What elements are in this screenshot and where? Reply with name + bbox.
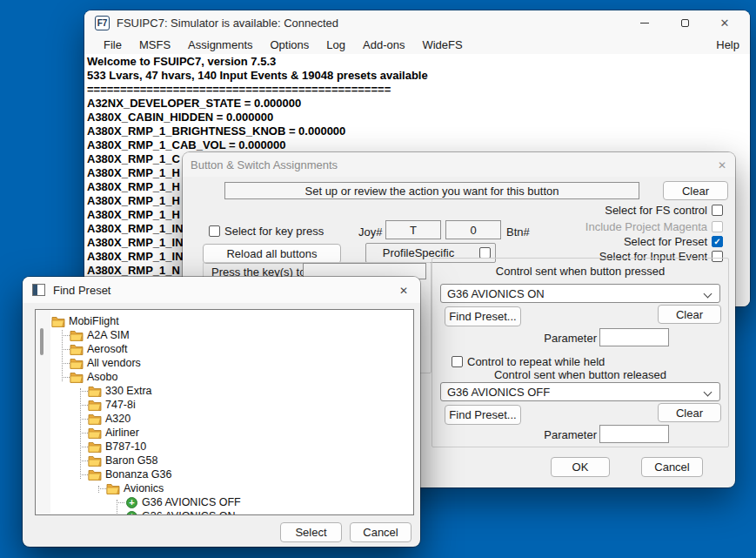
- fs-control-row: Select for FS control: [605, 204, 723, 217]
- tree-item-mobiflight[interactable]: MobiFlight: [51, 314, 413, 328]
- tree-connector: [80, 474, 88, 475]
- menu-log[interactable]: Log: [318, 38, 354, 51]
- maximize-button[interactable]: [665, 10, 705, 35]
- close-button[interactable]: ✕: [712, 156, 733, 175]
- main-titlebar[interactable]: F7 FSUIPC7: Simulator is available: Conn…: [84, 10, 750, 35]
- tree-item-label: Aerosoft: [87, 343, 128, 355]
- menu-msfs[interactable]: MSFS: [130, 38, 179, 51]
- console-line: A380X_RMP_1_BRIGHTNESS_KNOB = 0.000000: [87, 124, 750, 138]
- dialog-icon: [32, 284, 45, 296]
- clear-pressed-button[interactable]: Clear: [658, 305, 721, 324]
- tree-item-avionics[interactable]: Avionics: [51, 481, 413, 495]
- assignments-titlebar[interactable]: Button & Switch Assignments: [183, 152, 735, 177]
- tree-connector: [62, 330, 63, 381]
- folder-icon: [88, 386, 102, 397]
- chevron-down-icon: [704, 290, 713, 299]
- tree-item-all-vendors[interactable]: All vendors: [51, 356, 413, 370]
- clear-released-button[interactable]: Clear: [658, 403, 721, 422]
- select-button[interactable]: Select: [280, 522, 342, 542]
- menu-bar: File MSFS Assignments Options Log Add-on…: [84, 35, 750, 54]
- folder-icon: [106, 483, 120, 494]
- find-preset-titlebar[interactable]: Find Preset: [23, 277, 420, 303]
- folder-icon: [51, 316, 65, 327]
- tree-item-label: G36 AVIONICS ON: [142, 510, 235, 515]
- tree-connector: [80, 447, 88, 447]
- tree-item-asobo[interactable]: Asobo: [51, 370, 413, 384]
- tree-connector: [80, 391, 88, 392]
- ok-button[interactable]: OK: [551, 457, 610, 477]
- preset-row: Select for Preset ✓: [624, 235, 723, 248]
- menu-widefs[interactable]: WideFS: [413, 38, 471, 51]
- released-control-dropdown[interactable]: G36 AVIONICS OFF: [440, 382, 720, 401]
- console-line: 533 Lvars, 47 hvars, 140 Input Events & …: [87, 69, 750, 83]
- tree-connector: [62, 349, 70, 350]
- close-button[interactable]: ✕: [705, 10, 745, 35]
- joy-number-field[interactable]: T: [385, 220, 441, 239]
- tree-item-a2a-sim[interactable]: A2A SIM: [51, 328, 413, 342]
- control-group: Control sent when button pressed G36 AVI…: [432, 258, 729, 447]
- menu-options[interactable]: Options: [262, 38, 318, 51]
- tree-rows: MobiFlight A2A SIM Aerosoft All vendors: [51, 314, 413, 515]
- plus-glyph: +: [129, 512, 134, 516]
- repeat-label: Control to repeat while held: [467, 355, 605, 368]
- menu-assignments[interactable]: Assignments: [179, 38, 261, 51]
- tree-scrollbar-track[interactable]: [36, 310, 50, 514]
- pressed-parameter-field[interactable]: [599, 328, 669, 346]
- app-icon: F7: [95, 16, 110, 30]
- cancel-button[interactable]: Cancel: [350, 522, 411, 542]
- window-title: FSUIPC7: Simulator is available: Connect…: [117, 17, 338, 30]
- pressed-control-value: G36 AVIONICS ON: [447, 287, 545, 300]
- fs-control-label: Select for FS control: [605, 204, 707, 217]
- menu-file[interactable]: File: [95, 38, 130, 51]
- tree-item-airliner[interactable]: Airliner: [51, 426, 413, 440]
- tree-item-g36-avionics-off[interactable]: + G36 AVIONICS OFF: [51, 495, 413, 509]
- tree-item-label: Bonanza G36: [105, 468, 171, 481]
- repeat-row: Control to repeat while held: [452, 355, 605, 368]
- menu-help[interactable]: Help: [707, 38, 739, 51]
- clear-assignment-button[interactable]: Clear: [663, 181, 728, 200]
- released-parameter-label: Parameter: [511, 428, 597, 441]
- cancel-button[interactable]: Cancel: [641, 457, 703, 477]
- close-icon: ✕: [399, 285, 408, 297]
- tree-item-baron-g58[interactable]: Baron G58: [51, 454, 413, 467]
- tree-item-330-extra[interactable]: 330 Extra: [51, 384, 413, 398]
- close-icon: ✕: [718, 159, 726, 171]
- desktop: { "colors": { "desktop": "#0063B1", "acc…: [0, 0, 756, 558]
- folder-icon: [88, 400, 102, 411]
- fs-control-checkbox[interactable]: [712, 205, 723, 216]
- button-number-field[interactable]: 0: [445, 220, 501, 239]
- pressed-control-dropdown[interactable]: G36 AVIONICS ON: [440, 284, 720, 303]
- folder-icon: [88, 441, 102, 453]
- folder-icon: [70, 344, 84, 355]
- folder-icon: [88, 427, 102, 439]
- plus-glyph: +: [129, 498, 134, 508]
- released-parameter-field[interactable]: [599, 425, 669, 443]
- tree-connector: [62, 335, 70, 336]
- close-button[interactable]: ✕: [393, 281, 414, 300]
- tree-item-label: Avionics: [124, 482, 164, 494]
- tree-connector: [117, 500, 117, 515]
- key-press-checkbox[interactable]: [209, 225, 220, 237]
- menu-addons[interactable]: Add-ons: [354, 38, 413, 51]
- tree-item-747-8i[interactable]: 747-8i: [51, 398, 413, 412]
- tree-item-g36-avionics-on[interactable]: + G36 AVIONICS ON: [51, 509, 413, 515]
- repeat-checkbox[interactable]: [452, 356, 463, 367]
- tree-item-b787-10[interactable]: B787-10: [51, 440, 413, 454]
- tree-item-bonanza-g36[interactable]: Bonanza G36: [51, 467, 413, 481]
- minimize-button[interactable]: [625, 10, 665, 35]
- tree-connector: [80, 419, 88, 420]
- find-preset-released-button[interactable]: Find Preset...: [445, 405, 521, 425]
- folder-icon: [88, 469, 102, 481]
- tree-item-a320[interactable]: A320: [51, 412, 413, 426]
- tree-item-label: All vendors: [87, 357, 141, 369]
- project-magenta-row: Include Project Magenta: [585, 220, 723, 233]
- tree-item-aerosoft[interactable]: Aerosoft: [51, 342, 413, 356]
- preset-checkbox[interactable]: ✓: [712, 236, 723, 247]
- find-preset-pressed-button[interactable]: Find Preset...: [445, 306, 521, 326]
- reload-buttons-button[interactable]: Reload all buttons: [203, 244, 341, 264]
- check-icon: ✓: [713, 237, 720, 246]
- tree-scrollbar-thumb[interactable]: [40, 328, 43, 355]
- tree-item-label: G36 AVIONICS OFF: [142, 496, 241, 508]
- action-hint-field[interactable]: Set up or review the action you want for…: [224, 182, 639, 199]
- pressed-parameter-label: Parameter: [511, 332, 597, 345]
